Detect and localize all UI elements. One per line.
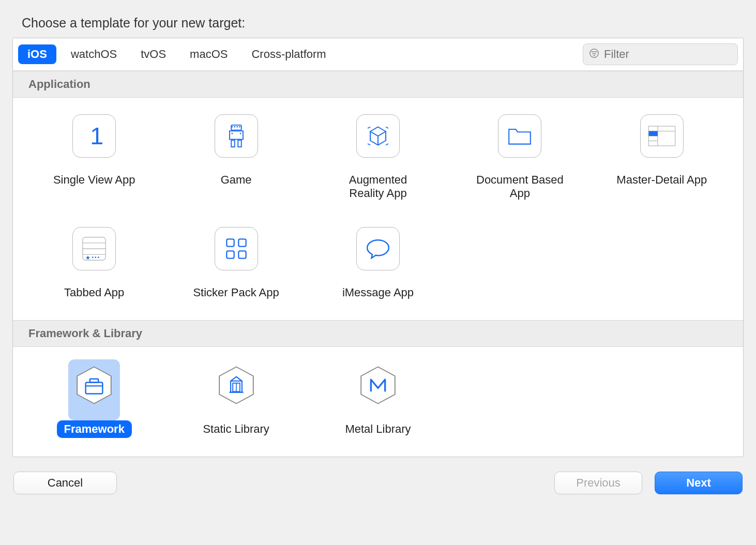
- template-label: Game: [214, 171, 259, 189]
- filter-icon: [588, 48, 604, 61]
- dialog-title: Choose a template for your new target:: [22, 16, 744, 31]
- svg-point-11: [236, 126, 238, 128]
- svg-marker-42: [361, 367, 395, 403]
- template-sticker-pack-app[interactable]: Sticker Pack App: [165, 223, 307, 301]
- template-label: Single View App: [46, 171, 143, 189]
- metal-library-icon: [356, 364, 400, 407]
- svg-rect-31: [226, 251, 234, 258]
- svg-point-9: [231, 126, 233, 128]
- template-document-based-app[interactable]: Document Based App: [449, 110, 591, 202]
- svg-rect-6: [230, 131, 243, 139]
- svg-rect-8: [238, 140, 241, 147]
- svg-point-10: [234, 126, 235, 128]
- template-panel: iOS watchOS tvOS macOS Cross-platform Ap…: [12, 38, 744, 457]
- tab-cross-platform[interactable]: Cross-platform: [242, 44, 335, 64]
- template-label: Framework: [57, 420, 132, 438]
- template-label: iMessage App: [335, 284, 421, 301]
- template-label: Sticker Pack App: [186, 284, 286, 301]
- static-library-icon: [215, 364, 258, 407]
- next-button[interactable]: Next: [655, 472, 743, 494]
- template-label: Metal Library: [338, 420, 418, 438]
- template-augmented-reality-app[interactable]: Augmented Reality App: [307, 110, 449, 202]
- svg-rect-29: [226, 239, 234, 246]
- game-icon: [215, 114, 258, 158]
- svg-point-14: [239, 133, 241, 134]
- template-label: Tabbed App: [57, 284, 131, 301]
- template-label: Document Based App: [465, 171, 574, 202]
- single-view-app-icon: 1: [72, 114, 116, 158]
- svg-rect-5: [231, 125, 241, 130]
- previous-button[interactable]: Previous: [554, 472, 642, 494]
- template-game[interactable]: Game: [165, 110, 307, 202]
- svg-rect-30: [238, 239, 246, 246]
- svg-text:1: 1: [90, 123, 103, 149]
- template-label: Master-Detail App: [609, 171, 714, 189]
- tabbed-app-icon: ★: [72, 227, 116, 270]
- master-detail-app-icon: [640, 114, 684, 158]
- svg-point-28: [98, 256, 99, 258]
- application-grid: 1 Single View App Game: [13, 98, 743, 320]
- svg-text:★: ★: [86, 254, 91, 261]
- tab-ios[interactable]: iOS: [18, 44, 56, 64]
- section-header-application: Application: [13, 71, 743, 98]
- cancel-button[interactable]: Cancel: [13, 472, 117, 494]
- imessage-app-icon: [356, 227, 400, 270]
- template-framework[interactable]: Framework: [23, 359, 165, 438]
- filter-input[interactable]: [604, 48, 732, 61]
- svg-point-0: [590, 49, 599, 58]
- template-label: Augmented Reality App: [324, 171, 432, 202]
- svg-point-27: [95, 256, 97, 258]
- svg-marker-33: [77, 367, 111, 403]
- template-imessage-app[interactable]: iMessage App: [307, 223, 449, 301]
- svg-point-26: [92, 256, 94, 258]
- tab-watchos[interactable]: watchOS: [62, 44, 126, 64]
- framework-icon: [72, 364, 116, 407]
- template-metal-library[interactable]: Metal Library: [307, 359, 449, 438]
- framework-grid: Framework Static Library: [13, 347, 743, 457]
- dialog-footer: Cancel Previous Next: [12, 472, 744, 494]
- filter-field[interactable]: [583, 43, 738, 65]
- platform-tabbar: iOS watchOS tvOS macOS Cross-platform: [13, 38, 743, 71]
- section-header-framework: Framework & Library: [13, 320, 743, 347]
- svg-rect-20: [648, 131, 658, 136]
- template-static-library[interactable]: Static Library: [165, 359, 307, 438]
- template-single-view-app[interactable]: 1 Single View App: [23, 110, 165, 202]
- template-tabbed-app[interactable]: ★ Tabbed App: [23, 223, 165, 301]
- sticker-pack-icon: [215, 227, 258, 270]
- tab-tvos[interactable]: tvOS: [131, 44, 175, 64]
- template-master-detail-app[interactable]: Master-Detail App: [591, 110, 733, 202]
- svg-rect-32: [238, 251, 246, 258]
- svg-point-13: [231, 133, 233, 134]
- tab-macos[interactable]: macOS: [180, 44, 237, 64]
- document-app-icon: [498, 114, 541, 158]
- template-label: Static Library: [195, 420, 276, 438]
- svg-rect-7: [231, 140, 235, 147]
- svg-point-12: [239, 126, 240, 128]
- ar-app-icon: [356, 114, 400, 158]
